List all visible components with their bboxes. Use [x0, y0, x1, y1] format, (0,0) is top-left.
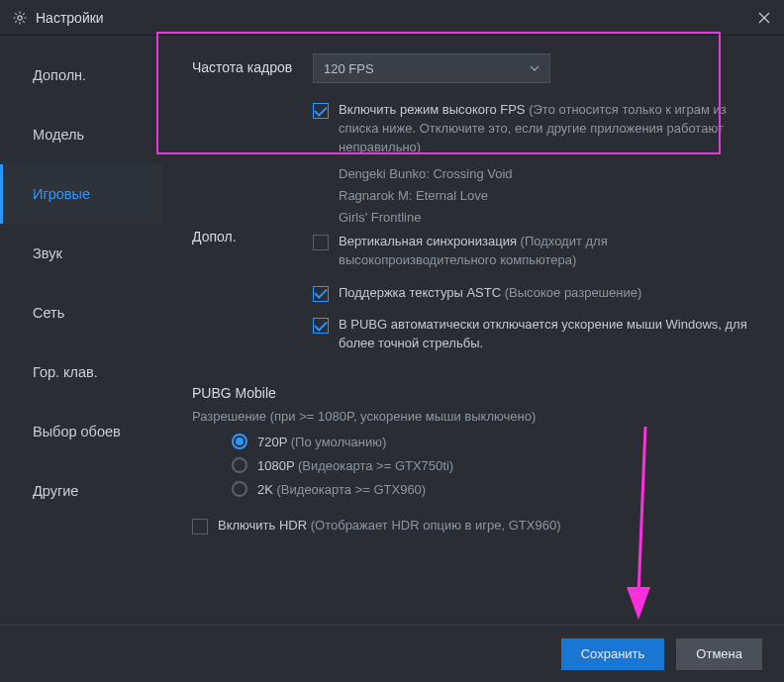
- svg-point-0: [18, 15, 22, 19]
- window-title: Настройки: [36, 10, 104, 26]
- astc-text: Поддержка текстуры ASTC (Высокое разреше…: [339, 284, 762, 303]
- hdr-text: Включить HDR (Отображает HDR опцию в игр…: [218, 517, 762, 536]
- footer: Сохранить Отмена: [0, 625, 784, 682]
- sidebar-item-6[interactable]: Выбор обоев: [0, 402, 162, 461]
- pubg-mouse-checkbox[interactable]: [313, 318, 329, 334]
- additional-label: Допол.: [192, 227, 313, 244]
- hdr-checkbox[interactable]: [192, 519, 208, 535]
- vsync-text: Вертикальная синхронизация (Подходит для…: [339, 233, 762, 270]
- highfps-checkbox[interactable]: [313, 103, 329, 119]
- highfps-game-list: Dengeki Bunko: Crossing VoidRagnarok M: …: [339, 163, 762, 229]
- sidebar: Дополн.МодельИгровыеЗвукСетьГор. клав.Вы…: [0, 36, 162, 625]
- game-list-item: Dengeki Bunko: Crossing Void: [339, 163, 762, 185]
- resolution-option-label: 720P (По умолчанию): [257, 435, 386, 449]
- resolution-option-2[interactable]: 2K (Видеокарта >= GTX960): [232, 481, 762, 497]
- sidebar-item-5[interactable]: Гор. клав.: [0, 342, 162, 402]
- close-button[interactable]: [744, 0, 784, 36]
- cancel-button[interactable]: Отмена: [676, 638, 762, 670]
- titlebar: Настройки: [0, 0, 784, 36]
- vsync-checkbox[interactable]: [313, 235, 329, 250]
- fps-label: Частота кадров: [192, 53, 313, 75]
- resolution-option-label: 1080P (Видеокарта >= GTX750ti): [257, 458, 453, 473]
- game-list-item: Girls' Frontline: [339, 207, 762, 229]
- resolution-option-label: 2K (Видеокарта >= GTX960): [257, 482, 426, 497]
- highfps-text: Включить режим высокого FPS (Это относит…: [339, 101, 762, 157]
- resolution-option-0[interactable]: 720P (По умолчанию): [232, 434, 762, 449]
- svg-marker-4: [627, 587, 650, 620]
- sidebar-item-7[interactable]: Другие: [0, 461, 162, 521]
- resolution-note: Разрешение (при >= 1080P, ускорение мыши…: [192, 409, 762, 424]
- resolution-radio-group: 720P (По умолчанию)1080P (Видеокарта >= …: [232, 434, 762, 497]
- sidebar-item-3[interactable]: Звук: [0, 224, 162, 283]
- resolution-option-1[interactable]: 1080P (Видеокарта >= GTX750ti): [232, 457, 762, 473]
- sidebar-item-1[interactable]: Модель: [0, 105, 162, 164]
- settings-content: Частота кадров 120 FPS Включить режим вы…: [162, 36, 784, 625]
- fps-dropdown[interactable]: 120 FPS: [313, 53, 550, 83]
- sidebar-item-4[interactable]: Сеть: [0, 283, 162, 342]
- pubg-title: PUBG Mobile: [192, 385, 762, 401]
- save-button[interactable]: Сохранить: [561, 638, 665, 670]
- game-list-item: Ragnarok M: Eternal Love: [339, 185, 762, 207]
- radio-icon: [232, 457, 247, 473]
- chevron-down-icon: [530, 65, 539, 71]
- sidebar-item-0[interactable]: Дополн.: [0, 46, 162, 105]
- radio-icon: [232, 434, 247, 449]
- radio-icon: [232, 481, 247, 497]
- astc-checkbox[interactable]: [313, 286, 329, 302]
- sidebar-item-2[interactable]: Игровые: [0, 164, 162, 224]
- gear-icon: [12, 10, 28, 26]
- fps-value: 120 FPS: [324, 61, 374, 76]
- pubg-mouse-text: В PUBG автоматически отключается ускорен…: [339, 316, 762, 353]
